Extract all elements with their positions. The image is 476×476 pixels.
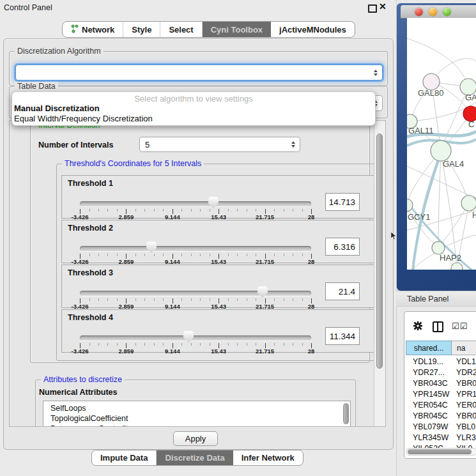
network-graph: GAL80GACGAL11GAL4GCY1HHAP2: [407, 18, 476, 270]
float-window-icon[interactable]: [368, 4, 377, 13]
cell-name: YDL1: [452, 357, 476, 366]
threshold-2-panel: Threshold 2-3.4262.8599.14415.4321.71528: [61, 220, 381, 263]
tab-style[interactable]: Style: [123, 22, 160, 37]
threshold-4-value-input[interactable]: [325, 327, 360, 345]
cell-name: YER0: [452, 401, 476, 410]
slider-tick-labels: -3.4262.8599.14415.4321.71528: [80, 258, 311, 265]
apply-button[interactable]: Apply: [173, 431, 218, 446]
attributes-scrollbar-thumb[interactable]: [343, 403, 349, 424]
algorithm-placeholder-option[interactable]: Select algorithm to view settings: [12, 94, 375, 104]
discretization-algorithm-label: Discretization Algorithm: [15, 47, 104, 56]
column-header-shared-name[interactable]: shared...: [406, 341, 452, 355]
table-row[interactable]: YBL079WYBL0: [406, 421, 476, 432]
attributes-to-discretize-label: Attributes to discretize: [41, 375, 125, 384]
split-columns-icon[interactable]: [433, 321, 443, 332]
attribute-list-item[interactable]: BetweennessCentrality: [43, 424, 350, 427]
tab-discretize-data[interactable]: Discretize Data: [157, 450, 233, 465]
attribute-list-item[interactable]: SelfLoops: [43, 401, 350, 413]
algorithm-select[interactable]: [15, 65, 383, 81]
threshold-3-slider-handle[interactable]: [257, 286, 268, 298]
threshold-4-slider-track[interactable]: [80, 335, 311, 341]
table-hscrollbar-thumb[interactable]: [408, 449, 472, 454]
cell-name: YLR3: [452, 433, 476, 442]
node-label: C: [468, 119, 474, 129]
table-row[interactable]: YER054CYER0: [406, 399, 476, 410]
cell-name: YPR1: [452, 390, 476, 399]
tab-jactivemnodules[interactable]: jActiveMNodules: [271, 22, 355, 37]
settings-scrollbar-thumb[interactable]: [376, 134, 383, 369]
table-row[interactable]: YDR27...YDR2: [406, 367, 476, 378]
cell-shared-name: YBL079W: [406, 422, 452, 431]
network-icon: [71, 24, 79, 35]
number-of-intervals-select[interactable]: 5: [139, 137, 300, 152]
network-window-titlebar[interactable]: [401, 5, 476, 19]
numerical-attributes-label: Numerical Attributes: [39, 388, 117, 397]
cell-name: YBR0: [452, 379, 476, 388]
threshold-2-slider-handle[interactable]: [146, 242, 157, 253]
cell-shared-name: YLR345W: [406, 433, 452, 442]
attribute-list-item[interactable]: TopologicalCoefficient: [43, 413, 350, 424]
interval-definition-group: Interval Definition Number of Intervals …: [30, 125, 370, 363]
tab-infer-network[interactable]: Infer Network: [233, 450, 303, 465]
tab-impute-data[interactable]: Impute Data: [92, 450, 157, 465]
threshold-1-value-input[interactable]: [325, 193, 360, 211]
column-header-name[interactable]: na: [452, 341, 476, 355]
zoom-window-button[interactable]: [443, 8, 451, 16]
tab-cyni-toolbox[interactable]: Cyni Toolbox: [203, 22, 271, 37]
select-columns-icon[interactable]: ☑☑: [452, 321, 468, 331]
network-canvas[interactable]: GAL80GACGAL11GAL4GCY1HHAP2: [407, 18, 476, 270]
node-label: GAL11: [408, 126, 434, 135]
tab-network[interactable]: Network: [63, 22, 123, 37]
attributes-scrollbar[interactable]: [343, 403, 349, 426]
node-label: GAL80: [418, 88, 443, 98]
table-row[interactable]: YDL19...YDL1: [406, 356, 476, 367]
cyni-toolbox-panel: Discretization Algorithm Table Data galF…: [3, 38, 394, 450]
table-hscrollbar[interactable]: [406, 448, 476, 456]
algorithm-dropdown-popup: Select algorithm to view settings Manual…: [12, 91, 376, 126]
table-row[interactable]: YLR345WYLR3: [406, 432, 476, 443]
stepper-arrows-icon: [374, 70, 378, 76]
threshold-1-panel: Threshold 1-3.4262.8599.14415.4321.71528: [61, 175, 381, 219]
threshold-3-slider-track[interactable]: [80, 291, 311, 296]
table-header: shared... na: [406, 341, 476, 355]
network-node-gal4[interactable]: [431, 141, 451, 161]
node-label: H: [472, 210, 476, 220]
attributes-to-discretize-group: Attributes to discretize Numerical Attri…: [35, 380, 356, 427]
close-panel-icon[interactable]: ✕: [379, 1, 387, 12]
cell-name: YBL0: [452, 422, 475, 431]
stepper-arrows-icon: [291, 141, 295, 148]
algorithm-option-manual[interactable]: Manual Discretization: [12, 104, 375, 114]
thresholds-group: Threshold's Coordinates for 5 Intervals …: [56, 164, 386, 361]
threshold-3-value-input[interactable]: [325, 282, 360, 300]
network-node-h[interactable]: [461, 196, 476, 211]
algorithm-option-equal-width[interactable]: Equal Width/Frequency Discretization: [12, 114, 375, 124]
cell-shared-name: YER054C: [406, 401, 452, 410]
threshold-4-slider-handle[interactable]: [183, 331, 194, 342]
table-row[interactable]: YBR043CYBR0: [406, 378, 476, 388]
control-panel-title: Control Panel: [4, 3, 52, 12]
threshold-2-value-input[interactable]: [325, 238, 360, 256]
table-row[interactable]: YBR045CYBR0: [406, 410, 476, 421]
control-panel: Control Panel ✕ Network Style Select Cyn…: [0, 0, 396, 476]
number-of-intervals-value: 5: [145, 140, 150, 150]
slider-tick-labels: -3.4262.8599.14415.4321.71528: [80, 348, 311, 354]
slider-tick-labels: -3.4262.8599.14415.4321.71528: [80, 303, 311, 309]
network-node[interactable]: [451, 263, 463, 270]
table-panel-titlebar[interactable]: Table Panel: [396, 291, 476, 307]
slider-tick-labels: -3.4262.8599.14415.4321.71528: [80, 213, 311, 220]
close-window-button[interactable]: [415, 8, 423, 16]
thresholds-group-label: Threshold's Coordinates for 5 Intervals: [62, 159, 204, 168]
threshold-1-slider-track[interactable]: [80, 201, 311, 206]
network-node-hap2[interactable]: [432, 242, 445, 254]
threshold-1-slider-handle[interactable]: [208, 197, 219, 208]
threshold-2-slider-track[interactable]: [80, 246, 311, 251]
node-label: GA: [465, 93, 476, 102]
minimize-window-button[interactable]: [429, 8, 437, 16]
cell-shared-name: YBR043C: [406, 379, 452, 388]
gear-icon[interactable]: [413, 321, 423, 334]
mouse-cursor: [391, 231, 397, 243]
table-row[interactable]: YPR145WYPR1: [406, 388, 476, 399]
tab-select[interactable]: Select: [160, 22, 202, 37]
settings-scrollbar[interactable]: [374, 121, 386, 426]
threshold-4-label: Threshold 4: [68, 313, 113, 322]
